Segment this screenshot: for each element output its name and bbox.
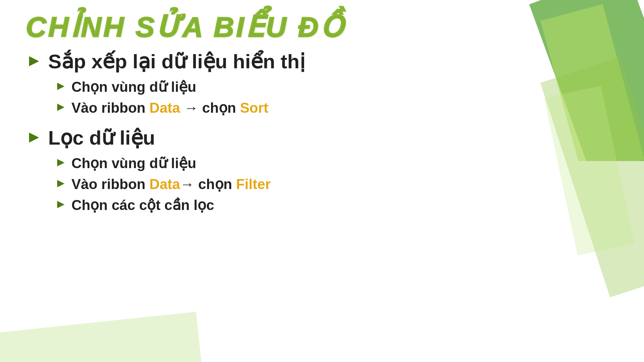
slide: CHỈNH SỬA BIỂU ĐỒ ► Sắp xếp lại dữ liệu … [0,0,644,362]
sub-2-3-before: Chọn các cột cần lọc [72,197,214,213]
sub-item-1-2: ► Vào ribbon Data → chọn Sort [55,100,509,117]
sub-1-2-arrow: → chọn [180,100,240,116]
section-2: ► Lọc dữ liệu ► Chọn vùng dữ liệu ► Vào … [26,126,509,214]
arrow-small-2-2: ► [55,176,67,190]
arrow-large-2: ► [26,128,42,146]
sub-item-2-3-text: Chọn các cột cần lọc [72,197,214,214]
section-2-subitems: ► Chọn vùng dữ liệu ► Vào ribbon Data→ c… [55,155,509,214]
sub-item-2-1-text: Chọn vùng dữ liệu [72,155,197,172]
sub-2-2-arrow: → chọn [180,176,236,192]
sub-2-2-before: Vào ribbon [72,176,149,192]
arrow-small-1-2: ► [55,100,67,114]
arrow-large-1: ► [26,51,42,70]
deco-right-mid [522,64,644,258]
arrow-small-2-1: ► [55,156,67,169]
sub-item-2-2: ► Vào ribbon Data→ chọn Filter [55,176,509,193]
section-1: ► Sắp xếp lại dữ liệu hiển thị ► Chọn vù… [26,50,509,117]
arrow-small-2-3: ► [55,197,67,211]
deco-top-right [509,0,644,161]
sub-2-2-filter: Filter [236,176,271,192]
sub-item-1-1: ► Chọn vùng dữ liệu [55,79,509,96]
sub-item-2-1: ► Chọn vùng dữ liệu [55,155,509,172]
section-2-header: ► Lọc dữ liệu [26,126,509,149]
section-1-title: Sắp xếp lại dữ liệu hiển thị [48,50,305,73]
sub-2-1-before: Chọn vùng dữ liệu [72,155,197,171]
slide-title: CHỈNH SỬA BIỂU ĐỒ [26,10,345,43]
sub-1-1-before: Chọn vùng dữ liệu [72,79,197,95]
sub-2-2-data: Data [149,176,180,192]
sub-1-2-data: Data [149,100,180,116]
content-area: ► Sắp xếp lại dữ liệu hiển thị ► Chọn vù… [26,50,509,218]
deco-bottom-left [0,298,193,362]
sub-1-2-sort: Sort [240,100,268,116]
section-1-subitems: ► Chọn vùng dữ liệu ► Vào ribbon Data → … [55,79,509,117]
sub-1-2-before: Vào ribbon [72,100,149,116]
sub-item-1-2-text: Vào ribbon Data → chọn Sort [72,100,268,117]
sub-item-1-1-text: Chọn vùng dữ liệu [72,79,197,96]
arrow-small-1-1: ► [55,79,67,93]
sub-item-2-3: ► Chọn các cột cần lọc [55,197,509,214]
section-1-header: ► Sắp xếp lại dữ liệu hiển thị [26,50,509,73]
sub-item-2-2-text: Vào ribbon Data→ chọn Filter [72,176,271,193]
section-2-title: Lọc dữ liệu [48,126,155,149]
